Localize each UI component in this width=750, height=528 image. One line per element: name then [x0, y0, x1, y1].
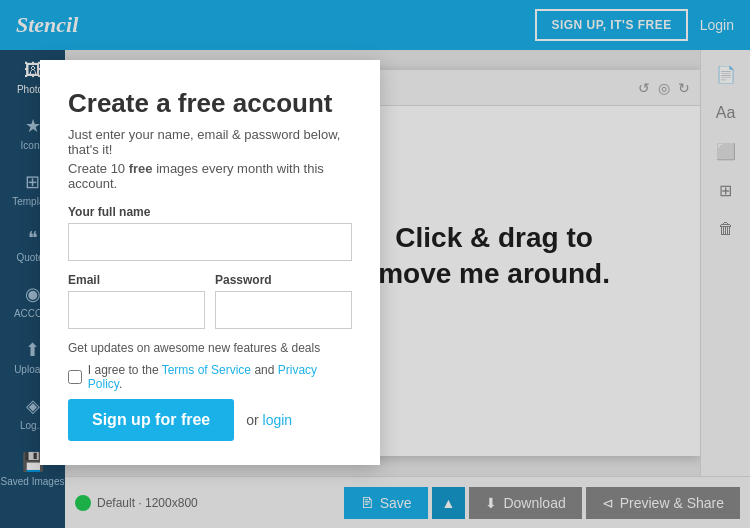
- email-password-row: Email Password: [68, 273, 352, 341]
- terms-link[interactable]: Terms of Service: [162, 363, 251, 377]
- modal-subtitle: Just enter your name, email & password b…: [68, 127, 352, 157]
- updates-row: Get updates on awesome new features & de…: [68, 341, 352, 355]
- terms-checkbox[interactable]: [68, 370, 82, 384]
- login-link[interactable]: login: [263, 412, 293, 428]
- email-input[interactable]: [68, 291, 205, 329]
- password-input[interactable]: [215, 291, 352, 329]
- password-group: Password: [215, 273, 352, 329]
- email-group: Email: [68, 273, 205, 329]
- email-label: Email: [68, 273, 205, 287]
- signup-modal: Create a free account Just enter your na…: [40, 60, 380, 465]
- drag-hint-line1: Click & drag to: [378, 220, 610, 256]
- terms-label: I agree to the Terms of Service and Priv…: [88, 363, 352, 391]
- terms-row: I agree to the Terms of Service and Priv…: [68, 363, 352, 391]
- modal-title: Create a free account: [68, 88, 352, 119]
- modal-create-note: Create 10 free images every month with t…: [68, 161, 352, 191]
- drag-hint: Click & drag to move me around.: [378, 220, 610, 293]
- or-login: or login: [246, 412, 292, 428]
- signup-form-button[interactable]: Sign up for free: [68, 399, 234, 441]
- agree-pre: I agree to the: [88, 363, 162, 377]
- drag-hint-line2: move me around.: [378, 257, 610, 293]
- fullname-group: Your full name: [68, 205, 352, 261]
- password-label: Password: [215, 273, 352, 287]
- form-actions: Sign up for free or login: [68, 399, 352, 441]
- agree-post: .: [119, 377, 122, 391]
- agree-and: and: [251, 363, 278, 377]
- updates-label: Get updates on awesome new features & de…: [68, 341, 320, 355]
- or-text: or: [246, 412, 258, 428]
- fullname-input[interactable]: [68, 223, 352, 261]
- fullname-label: Your full name: [68, 205, 352, 219]
